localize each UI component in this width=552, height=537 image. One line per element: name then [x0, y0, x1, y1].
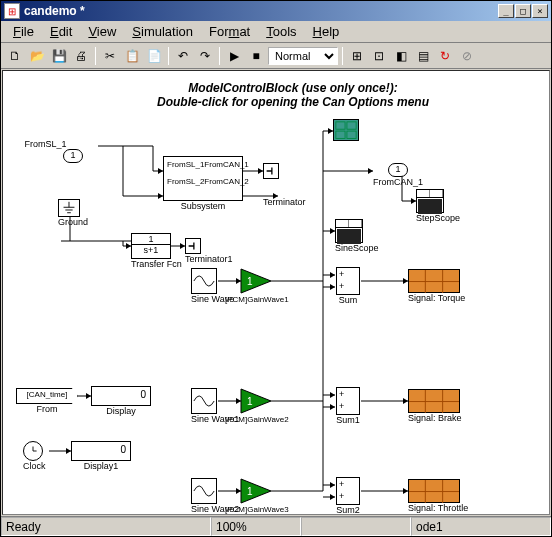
maximize-button[interactable]: □ [515, 4, 531, 18]
model-canvas[interactable]: ModelControlBlock (use only once!):Doubl… [2, 70, 550, 515]
svg-marker-12 [330, 272, 335, 278]
sum1-block[interactable]: ++ Sum1 [336, 387, 360, 425]
redo-button[interactable]: ↷ [195, 46, 215, 66]
sinescope-block[interactable]: SineScope [335, 219, 379, 253]
gain-wave1-block[interactable]: 1 [PCM]GainWave1 [241, 269, 289, 304]
svg-marker-13 [330, 284, 335, 290]
paste-button[interactable]: 📄 [144, 46, 164, 66]
cut-button[interactable]: ✂ [100, 46, 120, 66]
titlebar: ⊞ candemo * _ □ × [1, 1, 551, 21]
open-button[interactable]: 📂 [27, 46, 47, 66]
svg-text:1: 1 [247, 396, 253, 407]
gain-wave3-block[interactable]: 1 [PCM]GainWave3 [241, 479, 289, 514]
svg-rect-28 [347, 131, 356, 138]
svg-marker-17 [330, 404, 335, 410]
status-zoom: 100% [211, 517, 301, 536]
play-button[interactable]: ▶ [224, 46, 244, 66]
tool-icon-1[interactable]: ⊞ [347, 46, 367, 66]
tool-icon-2[interactable]: ⊡ [369, 46, 389, 66]
minimize-button[interactable]: _ [498, 4, 514, 18]
menu-edit[interactable]: Edit [42, 22, 80, 41]
subsystem-block[interactable]: FromSL_1FromCAN_1 FromSL_2FromCAN_2 Subs… [163, 156, 243, 211]
window-title: candemo * [24, 4, 498, 18]
signal-torque-block[interactable]: Signal: Torque [408, 269, 465, 303]
svg-text:1: 1 [247, 486, 253, 497]
svg-marker-20 [330, 482, 335, 488]
app-icon: ⊞ [4, 3, 20, 19]
print-button[interactable]: 🖨 [71, 46, 91, 66]
svg-text:1: 1 [247, 276, 253, 287]
signal-brake-block[interactable]: Signal: Brake [408, 389, 462, 423]
svg-rect-25 [336, 122, 345, 129]
model-control-block[interactable] [333, 119, 359, 141]
status-solver: ode1 [411, 517, 551, 536]
transfer-fcn-block[interactable]: 1s+1 Transfer Fcn [131, 233, 182, 269]
gain-wave2-block[interactable]: 1 [PCM]GainWave2 [241, 389, 289, 424]
save-button[interactable]: 💾 [49, 46, 69, 66]
display-block[interactable]: 0 Display [91, 386, 151, 416]
tool-icon-6[interactable]: ⊘ [457, 46, 477, 66]
menubar: File Edit View Simulation Format Tools H… [1, 21, 551, 43]
svg-rect-27 [336, 131, 345, 138]
outport-fromcan1[interactable]: 1 FromCAN_1 [373, 163, 423, 187]
menu-format[interactable]: Format [201, 22, 258, 41]
tool-icon-4[interactable]: ▤ [413, 46, 433, 66]
toolbar: 🗋 📂 💾 🖨 ✂ 📋 📄 ↶ ↷ ▶ ■ Normal ⊞ ⊡ ◧ ▤ ↻ ⊘ [1, 43, 551, 69]
sum-block[interactable]: ++ Sum [336, 267, 360, 305]
sum2-block[interactable]: ++ Sum2 [336, 477, 360, 515]
new-button[interactable]: 🗋 [5, 46, 25, 66]
stop-button[interactable]: ■ [246, 46, 266, 66]
svg-marker-34 [241, 389, 271, 413]
tool-icon-5[interactable]: ↻ [435, 46, 455, 66]
svg-marker-39 [241, 479, 271, 503]
svg-marker-29 [241, 269, 271, 293]
statusbar: Ready 100% ode1 [1, 516, 551, 536]
close-button[interactable]: × [532, 4, 548, 18]
ground-block[interactable]: Ground [58, 199, 88, 227]
simulation-mode-select[interactable]: Normal [268, 47, 338, 65]
menu-help[interactable]: Help [305, 22, 348, 41]
from-block[interactable]: [CAN_time] From [16, 388, 78, 414]
display1-block[interactable]: 0 Display1 [71, 441, 131, 471]
clock-block[interactable]: Clock [23, 441, 46, 471]
svg-rect-26 [347, 122, 356, 129]
header-text: ModelControlBlock (use only once!):Doubl… [143, 81, 443, 109]
status-blank [301, 517, 411, 536]
stepscope-block[interactable]: StepScope [416, 189, 460, 223]
inport-fromsl1[interactable]: FromSL_1 1 [8, 139, 83, 163]
terminator1-block[interactable]: Terminator1 [185, 238, 233, 264]
menu-file[interactable]: File [5, 22, 42, 41]
svg-marker-16 [330, 392, 335, 398]
menu-tools[interactable]: Tools [258, 22, 304, 41]
terminator-block[interactable]: Terminator [263, 163, 306, 207]
menu-simulation[interactable]: Simulation [124, 22, 201, 41]
status-ready: Ready [1, 517, 211, 536]
menu-view[interactable]: View [80, 22, 124, 41]
signal-throttle-block[interactable]: Signal: Throttle [408, 479, 468, 513]
tool-icon-3[interactable]: ◧ [391, 46, 411, 66]
copy-button[interactable]: 📋 [122, 46, 142, 66]
undo-button[interactable]: ↶ [173, 46, 193, 66]
svg-marker-21 [330, 494, 335, 500]
